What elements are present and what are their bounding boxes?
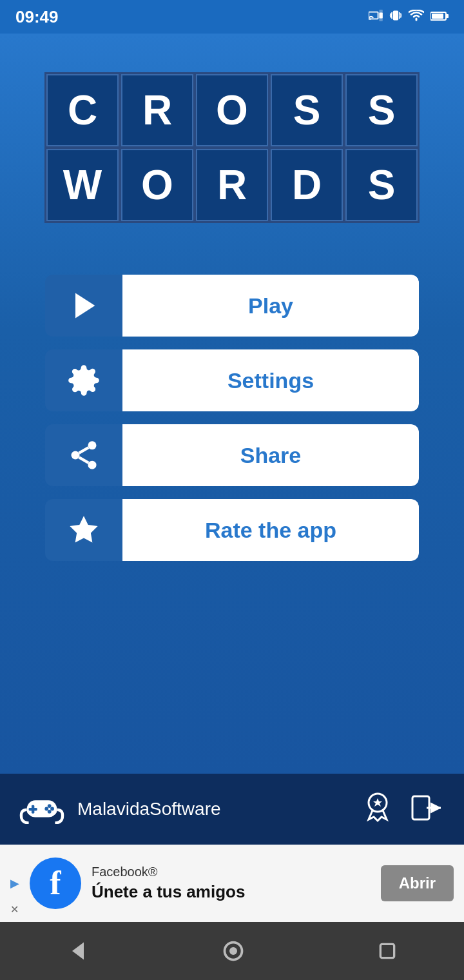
logo-cell-r1: R xyxy=(121,74,193,146)
svg-rect-17 xyxy=(29,808,37,810)
svg-rect-2 xyxy=(379,12,382,18)
svg-rect-0 xyxy=(369,12,378,19)
main-content: C R O S S W O R D S Play xyxy=(0,34,464,774)
svg-point-8 xyxy=(88,441,97,449)
logo-cell-o2: O xyxy=(121,149,193,221)
svg-point-9 xyxy=(72,451,80,460)
svg-rect-29 xyxy=(381,944,394,957)
footer-right xyxy=(360,790,445,828)
rate-label: Rate the app xyxy=(122,499,419,561)
share-button[interactable]: Share xyxy=(45,424,419,486)
svg-marker-7 xyxy=(75,293,95,318)
status-bar: 09:49 xyxy=(0,0,464,34)
logo-cell-o1: O xyxy=(196,74,268,146)
facebook-f-icon: f xyxy=(50,867,61,900)
logo-cell-s3: S xyxy=(345,149,418,221)
svg-marker-26 xyxy=(72,943,84,960)
logo-cell-s1: S xyxy=(271,74,343,146)
rate-button[interactable]: Rate the app xyxy=(45,499,419,561)
recents-button[interactable] xyxy=(377,941,398,961)
ad-banner: ▶ f Facebook® Únete a tus amigos Abrir ✕ xyxy=(0,845,464,922)
settings-button[interactable]: Settings xyxy=(45,349,419,411)
gamepad-icon xyxy=(19,792,64,827)
settings-label: Settings xyxy=(122,349,419,411)
wifi-icon xyxy=(409,10,424,24)
play-button[interactable]: Play xyxy=(45,275,419,337)
svg-point-19 xyxy=(50,807,54,811)
play-icon xyxy=(67,289,101,322)
cast-icon xyxy=(369,10,383,24)
svg-rect-3 xyxy=(393,10,398,20)
rate-icon-container xyxy=(45,499,122,561)
play-icon-container xyxy=(45,275,122,337)
share-label: Share xyxy=(122,424,419,486)
svg-point-28 xyxy=(229,947,237,955)
ad-close-icon[interactable]: ✕ xyxy=(10,903,19,916)
status-time: 09:49 xyxy=(15,7,59,27)
share-icon xyxy=(67,438,101,472)
logo-cell-r2: R xyxy=(196,149,268,221)
nav-bar xyxy=(0,922,464,980)
menu-buttons: Play Settings S xyxy=(45,275,419,561)
ad-subtitle: Únete a tus amigos xyxy=(92,882,371,902)
logo-cell-w: W xyxy=(46,149,119,221)
ad-text-block: Facebook® Únete a tus amigos xyxy=(92,865,371,902)
logo-cell-c: C xyxy=(46,74,119,146)
footer: MalavidaSoftware xyxy=(0,774,464,845)
battery-icon xyxy=(430,10,449,24)
achievement-icon[interactable] xyxy=(360,790,396,828)
svg-marker-13 xyxy=(70,516,97,542)
logo-cell-s2: S xyxy=(345,74,418,146)
facebook-logo: f xyxy=(30,858,81,909)
status-icons xyxy=(369,9,449,25)
ad-title: Facebook® xyxy=(92,865,371,879)
logo-cell-d: D xyxy=(271,149,343,221)
svg-rect-5 xyxy=(432,14,443,19)
gear-icon xyxy=(67,364,101,397)
back-button[interactable] xyxy=(66,939,90,963)
svg-rect-6 xyxy=(446,14,449,18)
settings-icon-container xyxy=(45,349,122,411)
footer-brand-text: MalavidaSoftware xyxy=(77,799,221,819)
ad-arrow-icon: ▶ xyxy=(10,876,19,890)
vibrate-icon xyxy=(389,9,402,25)
footer-left: MalavidaSoftware xyxy=(19,792,221,827)
svg-marker-23 xyxy=(373,798,382,807)
svg-point-18 xyxy=(48,804,52,808)
svg-point-10 xyxy=(88,461,97,469)
svg-line-12 xyxy=(79,447,89,453)
share-icon-container xyxy=(45,424,122,486)
ad-open-button[interactable]: Abrir xyxy=(381,865,454,901)
svg-point-20 xyxy=(48,810,52,814)
svg-line-11 xyxy=(79,457,89,463)
home-button[interactable] xyxy=(222,939,245,963)
logo-grid: C R O S S W O R D S xyxy=(44,72,420,223)
signout-icon[interactable] xyxy=(409,790,445,828)
play-label: Play xyxy=(122,275,419,337)
star-icon xyxy=(67,513,101,547)
svg-point-21 xyxy=(44,807,48,811)
